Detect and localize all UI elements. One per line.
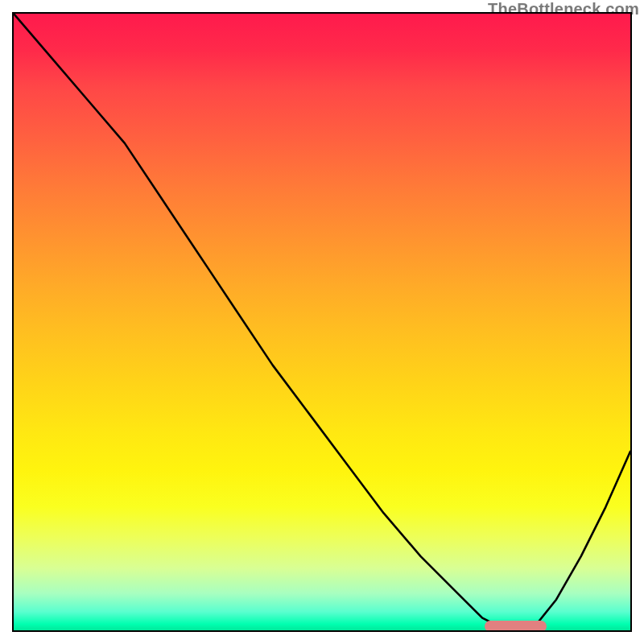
plot-area: [12, 12, 632, 632]
curve-svg: [14, 14, 630, 630]
chart-container: TheBottleneck.com: [0, 0, 644, 644]
bottleneck-curve: [14, 14, 630, 630]
optimal-range-marker: [485, 621, 547, 632]
